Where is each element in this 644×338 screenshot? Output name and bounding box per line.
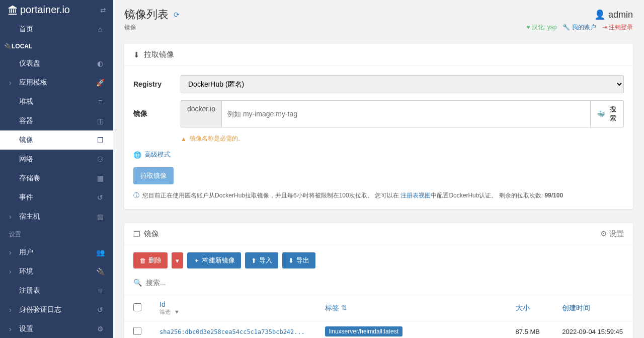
nav-events[interactable]: 事件↺: [0, 188, 113, 207]
portainer-logo-icon: [7, 5, 18, 16]
database-icon: ≣: [96, 287, 104, 295]
images-table: Id筛选 ▼ 标签 ⇅ 大小 创建时间 sha256:dbc0d3e258cea…: [124, 295, 633, 338]
box-icon: ◫: [96, 117, 104, 125]
images-panel: ❐ 镜像 ⚙ 设置 🗑删除 ▾ ＋构建新镜像 ⬆导入 ⬇导出 🔍 Id筛选: [124, 223, 633, 338]
swap-icon[interactable]: ⇄: [100, 6, 106, 14]
panel-settings-link[interactable]: ⚙ 设置: [600, 229, 624, 239]
main: 镜像列表 ⟳ 👤 admin 镜像 ♥ 汉化: ysp 🔧 我的账户 ⇥ 注销登…: [113, 0, 644, 338]
sort-icon: ⇅: [341, 304, 347, 312]
import-button[interactable]: ⬆导入: [245, 252, 278, 268]
home-icon: ⌂: [96, 25, 104, 33]
col-id[interactable]: Id筛选 ▼: [150, 295, 316, 321]
refresh-icon[interactable]: ⟳: [174, 11, 180, 19]
image-label: 镜像: [133, 109, 174, 118]
nav-host[interactable]: ›宿主机▦: [0, 207, 113, 226]
info-icon: ⓘ: [133, 191, 139, 200]
nav-stacks[interactable]: 堆栈≡: [0, 92, 113, 111]
clone-icon: ❐: [96, 136, 104, 144]
users-icon: 👥: [96, 248, 104, 256]
image-id-link[interactable]: sha256:dbc0d3e258cea54cc5c1a735bcb242...: [159, 328, 305, 335]
download-icon: ⬇: [288, 257, 294, 264]
local-section: 🔌 LOCAL: [0, 39, 113, 54]
select-all-checkbox[interactable]: [133, 303, 141, 311]
col-created[interactable]: 创建时间: [553, 295, 633, 321]
nav-registries[interactable]: 注册表≣: [0, 281, 113, 300]
registry-view-link[interactable]: 注册表视图: [400, 192, 431, 199]
th-icon: ▦: [96, 213, 104, 221]
sidebar: portainer.io ⇄ 首页⌂ 🔌 LOCAL 仪表盘◐ ›应用模板🚀 堆…: [0, 0, 113, 338]
search-button[interactable]: 🐳 搜索: [591, 100, 624, 127]
user-icon: 👤: [594, 9, 605, 20]
image-input[interactable]: [221, 100, 591, 127]
gauge-icon: ◐: [96, 59, 104, 67]
filter-icon[interactable]: ▼: [174, 309, 180, 315]
nav-templates[interactable]: ›应用模板🚀: [0, 73, 113, 92]
image-size: 87.5 MB: [507, 321, 553, 339]
col-tags[interactable]: 标签 ⇅: [316, 295, 507, 321]
search-input[interactable]: [146, 276, 624, 290]
settings-header: 设置: [0, 226, 113, 243]
sitemap-icon: ⚇: [96, 155, 104, 163]
globe-icon: 🌐: [133, 151, 141, 159]
rate-limit-info: ⓘ 您目前正在使用匿名账户从DockerHub拉取镜像，并且每6小时将被限制在1…: [133, 191, 624, 200]
nav-users[interactable]: ›用户👥: [0, 243, 113, 262]
build-button[interactable]: ＋构建新镜像: [187, 252, 241, 268]
list-icon: ≡: [96, 98, 104, 106]
advanced-mode-link[interactable]: 🌐 高级模式: [133, 150, 624, 159]
download-icon: ⬇: [133, 50, 140, 59]
breadcrumb: 镜像: [124, 23, 136, 32]
images-panel-title: 镜像: [144, 229, 159, 239]
docker-icon: 🐳: [597, 110, 605, 118]
search-icon: 🔍: [133, 279, 142, 287]
pull-panel-title: 拉取镜像: [144, 50, 174, 59]
registry-label: Registry: [133, 80, 174, 88]
history-icon: ↺: [96, 306, 104, 314]
remove-dropdown[interactable]: ▾: [172, 252, 183, 268]
nav-settings[interactable]: ›设置⚙: [0, 319, 113, 338]
nav-volumes[interactable]: 存储卷▤: [0, 169, 113, 188]
trash-icon: 🗑: [139, 257, 146, 264]
hdd-icon: ▤: [96, 174, 104, 182]
header: 镜像列表 ⟳ 👤 admin 镜像 ♥ 汉化: ysp 🔧 我的账户 ⇥ 注销登…: [113, 0, 644, 37]
upload-icon: ⬆: [251, 257, 257, 264]
page-title: 镜像列表: [124, 7, 169, 22]
i18n-link[interactable]: ♥ 汉化: ysp: [527, 23, 557, 32]
plug-icon: 🔌: [96, 267, 104, 276]
cogs-icon: ⚙: [96, 325, 104, 333]
nav-dashboard[interactable]: 仪表盘◐: [0, 54, 113, 73]
pull-image-panel: ⬇ 拉取镜像 Registry DockerHub (匿名) 镜像 docker…: [124, 44, 633, 209]
col-size[interactable]: 大小: [507, 295, 553, 321]
nav-authlogs[interactable]: ›身份验证日志↺: [0, 300, 113, 319]
nav-home[interactable]: 首页⌂: [0, 20, 113, 39]
plus-icon: ＋: [193, 256, 200, 265]
pull-image-button[interactable]: 拉取镜像: [133, 167, 174, 184]
rocket-icon: 🚀: [96, 79, 104, 87]
account-link[interactable]: 🔧 我的账户: [562, 23, 596, 32]
history-icon: ↺: [96, 193, 104, 201]
image-prefix: docker.io: [181, 100, 221, 127]
clone-icon: ❐: [133, 230, 140, 239]
nav-containers[interactable]: 容器◫: [0, 111, 113, 130]
table-row: sha256:dbc0d3e258cea54cc5c1a735bcb242...…: [124, 321, 633, 339]
export-button[interactable]: ⬇导出: [282, 252, 315, 268]
warning-text: ▲ 镜像名称是必需的。: [181, 134, 624, 143]
username: admin: [608, 10, 633, 20]
remove-button[interactable]: 🗑删除: [133, 252, 168, 268]
warning-icon: ▲: [181, 136, 187, 143]
logo[interactable]: portainer.io ⇄: [0, 0, 113, 20]
user-area[interactable]: 👤 admin: [594, 9, 633, 20]
brand-text: portainer.io: [20, 4, 70, 16]
image-tag[interactable]: linuxserver/heimdall:latest: [325, 326, 403, 336]
nav-networks[interactable]: 网络⚇: [0, 150, 113, 169]
registry-select[interactable]: DockerHub (匿名): [181, 75, 624, 93]
image-created: 2022-09-04 15:59:45: [553, 321, 633, 339]
row-checkbox[interactable]: [133, 327, 141, 335]
nav-images[interactable]: 镜像❐: [0, 130, 113, 150]
nav-env[interactable]: ›环境🔌: [0, 262, 113, 281]
logout-link[interactable]: ⇥ 注销登录: [602, 23, 633, 32]
